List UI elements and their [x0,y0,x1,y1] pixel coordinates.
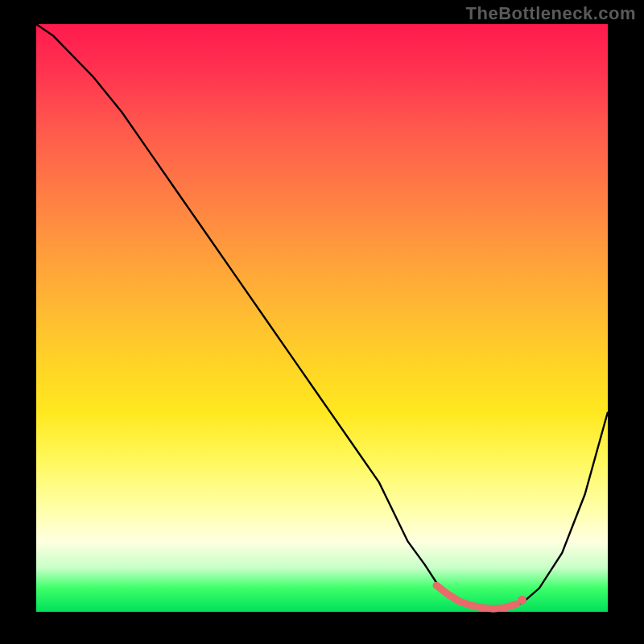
optimal-region-highlight [436,585,516,609]
optimal-point-marker [518,596,526,605]
chart-plot-area [36,24,608,612]
bottleneck-curve [36,24,608,609]
watermark-text: TheBottleneck.com [466,3,636,24]
chart-curve-layer [36,24,608,612]
